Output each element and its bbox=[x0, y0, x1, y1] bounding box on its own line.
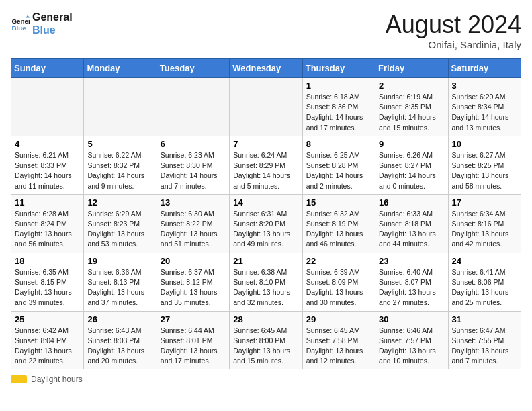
calendar-cell: 12Sunrise: 6:29 AM Sunset: 8:23 PM Dayli… bbox=[84, 194, 157, 253]
day-header-sunday: Sunday bbox=[11, 59, 84, 78]
calendar-table: SundayMondayTuesdayWednesdayThursdayFrid… bbox=[11, 58, 521, 369]
day-info: Sunrise: 6:24 AM Sunset: 8:29 PM Dayligh… bbox=[233, 150, 298, 191]
calendar-cell: 14Sunrise: 6:31 AM Sunset: 8:20 PM Dayli… bbox=[230, 194, 302, 253]
footer: Daylight hours bbox=[11, 375, 521, 384]
day-info: Sunrise: 6:45 AM Sunset: 7:58 PM Dayligh… bbox=[306, 326, 371, 367]
day-number: 12 bbox=[87, 197, 152, 208]
calendar-cell: 7Sunrise: 6:24 AM Sunset: 8:29 PM Daylig… bbox=[230, 136, 302, 194]
day-number: 10 bbox=[452, 139, 517, 149]
day-info: Sunrise: 6:26 AM Sunset: 8:27 PM Dayligh… bbox=[379, 150, 444, 191]
calendar-cell: 28Sunrise: 6:45 AM Sunset: 8:00 PM Dayli… bbox=[230, 311, 302, 369]
day-number: 9 bbox=[379, 139, 444, 149]
calendar-cell: 6Sunrise: 6:23 AM Sunset: 8:30 PM Daylig… bbox=[157, 136, 229, 194]
day-info: Sunrise: 6:37 AM Sunset: 8:12 PM Dayligh… bbox=[161, 267, 226, 308]
day-number: 5 bbox=[87, 139, 152, 149]
calendar-cell: 23Sunrise: 6:40 AM Sunset: 8:07 PM Dayli… bbox=[375, 253, 448, 311]
day-number: 24 bbox=[452, 256, 517, 266]
title-block: August 2024 Onifai, Sardinia, Italy bbox=[386, 11, 521, 50]
day-number: 21 bbox=[233, 256, 298, 266]
calendar-cell bbox=[11, 78, 84, 136]
calendar-week-4: 18Sunrise: 6:35 AM Sunset: 8:15 PM Dayli… bbox=[11, 253, 521, 311]
day-number: 13 bbox=[161, 197, 226, 208]
calendar-week-1: 1Sunrise: 6:18 AM Sunset: 8:36 PM Daylig… bbox=[11, 78, 521, 136]
calendar-header-row: SundayMondayTuesdayWednesdayThursdayFrid… bbox=[11, 59, 521, 78]
day-number: 28 bbox=[233, 314, 298, 324]
day-number: 17 bbox=[452, 197, 517, 208]
day-number: 16 bbox=[379, 197, 444, 208]
month-title: August 2024 bbox=[386, 11, 521, 39]
day-number: 29 bbox=[306, 314, 371, 324]
day-number: 7 bbox=[233, 139, 298, 149]
day-info: Sunrise: 6:19 AM Sunset: 8:35 PM Dayligh… bbox=[379, 92, 444, 133]
calendar-cell: 29Sunrise: 6:45 AM Sunset: 7:58 PM Dayli… bbox=[302, 311, 375, 369]
calendar-cell: 16Sunrise: 6:33 AM Sunset: 8:18 PM Dayli… bbox=[375, 194, 448, 253]
day-number: 27 bbox=[161, 314, 226, 324]
calendar-week-2: 4Sunrise: 6:21 AM Sunset: 8:33 PM Daylig… bbox=[11, 136, 521, 194]
svg-marker-2 bbox=[26, 15, 30, 18]
day-number: 1 bbox=[306, 81, 371, 91]
day-number: 19 bbox=[87, 256, 152, 266]
calendar-cell: 22Sunrise: 6:39 AM Sunset: 8:09 PM Dayli… bbox=[302, 253, 375, 311]
calendar-cell: 3Sunrise: 6:20 AM Sunset: 8:34 PM Daylig… bbox=[448, 78, 521, 136]
calendar-cell: 2Sunrise: 6:19 AM Sunset: 8:35 PM Daylig… bbox=[375, 78, 448, 136]
calendar-cell: 10Sunrise: 6:27 AM Sunset: 8:25 PM Dayli… bbox=[448, 136, 521, 194]
calendar-cell: 30Sunrise: 6:46 AM Sunset: 7:57 PM Dayli… bbox=[375, 311, 448, 369]
day-info: Sunrise: 6:39 AM Sunset: 8:09 PM Dayligh… bbox=[306, 267, 371, 308]
day-info: Sunrise: 6:18 AM Sunset: 8:36 PM Dayligh… bbox=[306, 92, 371, 133]
calendar-week-5: 25Sunrise: 6:42 AM Sunset: 8:04 PM Dayli… bbox=[11, 311, 521, 369]
day-info: Sunrise: 6:43 AM Sunset: 8:03 PM Dayligh… bbox=[87, 326, 152, 367]
calendar-cell: 31Sunrise: 6:47 AM Sunset: 7:55 PM Dayli… bbox=[448, 311, 521, 369]
day-info: Sunrise: 6:38 AM Sunset: 8:10 PM Dayligh… bbox=[233, 267, 298, 308]
day-info: Sunrise: 6:20 AM Sunset: 8:34 PM Dayligh… bbox=[452, 92, 517, 133]
day-info: Sunrise: 6:40 AM Sunset: 8:07 PM Dayligh… bbox=[379, 267, 444, 308]
day-number: 25 bbox=[15, 314, 80, 324]
day-info: Sunrise: 6:35 AM Sunset: 8:15 PM Dayligh… bbox=[15, 267, 80, 308]
day-number: 8 bbox=[306, 139, 371, 149]
logo-text-blue: Blue bbox=[32, 24, 73, 36]
calendar-cell: 21Sunrise: 6:38 AM Sunset: 8:10 PM Dayli… bbox=[230, 253, 302, 311]
day-header-tuesday: Tuesday bbox=[157, 59, 229, 78]
calendar-cell: 25Sunrise: 6:42 AM Sunset: 8:04 PM Dayli… bbox=[11, 311, 84, 369]
day-header-friday: Friday bbox=[375, 59, 448, 78]
logo-text-general: General bbox=[32, 11, 73, 24]
day-number: 18 bbox=[15, 256, 80, 266]
calendar-cell: 27Sunrise: 6:44 AM Sunset: 8:01 PM Dayli… bbox=[157, 311, 229, 369]
day-header-wednesday: Wednesday bbox=[230, 59, 302, 78]
logo: General Blue General Blue bbox=[11, 11, 73, 36]
day-number: 4 bbox=[15, 139, 80, 149]
day-header-saturday: Saturday bbox=[448, 59, 521, 78]
svg-text:Blue: Blue bbox=[11, 24, 26, 32]
day-number: 30 bbox=[379, 314, 444, 324]
day-info: Sunrise: 6:42 AM Sunset: 8:04 PM Dayligh… bbox=[15, 326, 80, 367]
page-header: General Blue General Blue August 2024 On… bbox=[11, 11, 521, 50]
location: Onifai, Sardinia, Italy bbox=[386, 39, 521, 50]
day-header-thursday: Thursday bbox=[302, 59, 375, 78]
daylight-bar-icon bbox=[11, 375, 27, 383]
day-info: Sunrise: 6:25 AM Sunset: 8:28 PM Dayligh… bbox=[306, 150, 371, 191]
calendar-cell: 17Sunrise: 6:34 AM Sunset: 8:16 PM Dayli… bbox=[448, 194, 521, 253]
calendar-cell: 19Sunrise: 6:36 AM Sunset: 8:13 PM Dayli… bbox=[84, 253, 157, 311]
calendar-cell: 24Sunrise: 6:41 AM Sunset: 8:06 PM Dayli… bbox=[448, 253, 521, 311]
calendar-cell: 18Sunrise: 6:35 AM Sunset: 8:15 PM Dayli… bbox=[11, 253, 84, 311]
calendar-cell: 20Sunrise: 6:37 AM Sunset: 8:12 PM Dayli… bbox=[157, 253, 229, 311]
day-number: 15 bbox=[306, 197, 371, 208]
calendar-cell: 9Sunrise: 6:26 AM Sunset: 8:27 PM Daylig… bbox=[375, 136, 448, 194]
day-number: 2 bbox=[379, 81, 444, 91]
calendar-cell bbox=[230, 78, 302, 136]
day-number: 20 bbox=[161, 256, 226, 266]
calendar-cell: 4Sunrise: 6:21 AM Sunset: 8:33 PM Daylig… bbox=[11, 136, 84, 194]
calendar-cell: 11Sunrise: 6:28 AM Sunset: 8:24 PM Dayli… bbox=[11, 194, 84, 253]
day-info: Sunrise: 6:22 AM Sunset: 8:32 PM Dayligh… bbox=[87, 150, 152, 191]
day-info: Sunrise: 6:28 AM Sunset: 8:24 PM Dayligh… bbox=[15, 209, 80, 250]
calendar-cell: 5Sunrise: 6:22 AM Sunset: 8:32 PM Daylig… bbox=[84, 136, 157, 194]
calendar-week-3: 11Sunrise: 6:28 AM Sunset: 8:24 PM Dayli… bbox=[11, 194, 521, 253]
calendar-cell bbox=[84, 78, 157, 136]
day-info: Sunrise: 6:33 AM Sunset: 8:18 PM Dayligh… bbox=[379, 209, 444, 250]
day-number: 11 bbox=[15, 197, 80, 208]
day-info: Sunrise: 6:45 AM Sunset: 8:00 PM Dayligh… bbox=[233, 326, 298, 367]
logo-icon: General Blue bbox=[11, 14, 30, 33]
day-header-monday: Monday bbox=[84, 59, 157, 78]
day-number: 23 bbox=[379, 256, 444, 266]
calendar-cell bbox=[157, 78, 229, 136]
day-info: Sunrise: 6:21 AM Sunset: 8:33 PM Dayligh… bbox=[15, 150, 80, 191]
